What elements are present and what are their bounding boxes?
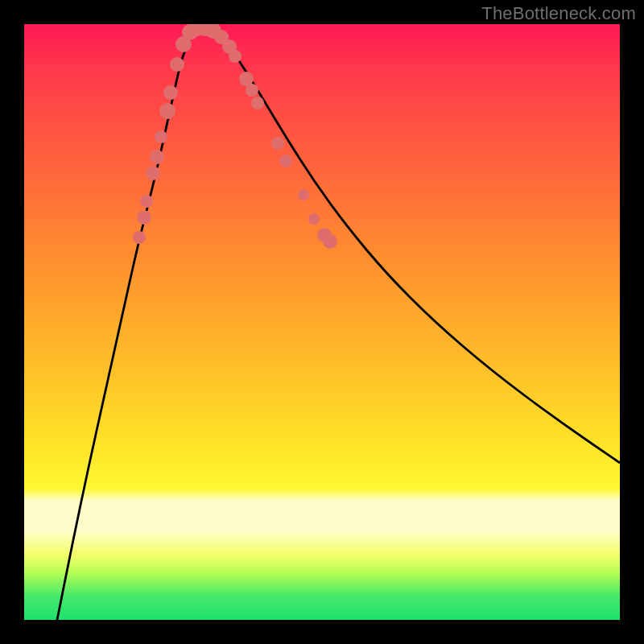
data-marker xyxy=(229,50,242,63)
data-marker xyxy=(133,231,146,244)
data-marker xyxy=(163,85,178,100)
data-marker xyxy=(170,57,184,72)
curve-line xyxy=(57,28,620,620)
data-marker xyxy=(298,189,309,200)
data-marker xyxy=(279,155,292,167)
data-markers xyxy=(133,24,337,249)
data-marker xyxy=(140,195,153,208)
data-marker xyxy=(308,213,320,225)
chart-frame: TheBottleneck.com xyxy=(0,0,644,644)
bottleneck-curve xyxy=(57,28,620,620)
data-marker xyxy=(251,97,264,109)
curve-svg xyxy=(24,24,620,620)
data-marker xyxy=(155,130,167,143)
data-marker xyxy=(146,166,160,180)
data-marker xyxy=(150,150,164,164)
data-marker xyxy=(159,103,175,119)
watermark-text: TheBottleneck.com xyxy=(481,3,636,24)
data-marker xyxy=(323,234,337,249)
data-marker xyxy=(137,210,151,225)
data-marker xyxy=(246,84,258,97)
plot-area xyxy=(24,24,620,620)
data-marker xyxy=(271,137,284,150)
